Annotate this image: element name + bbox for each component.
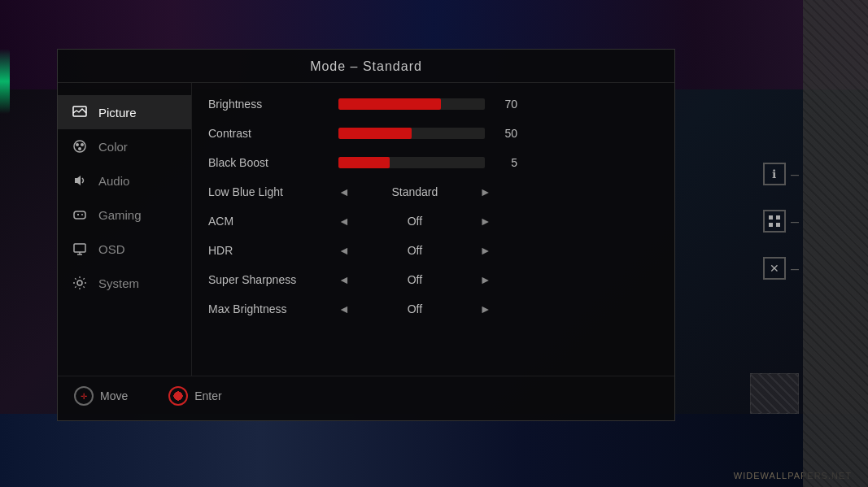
max-brightness-value: Off [382,302,447,315]
svg-rect-17 [776,223,780,227]
black-boost-value: 5 [493,156,517,169]
hdr-next[interactable]: ► [480,244,491,257]
color-icon [71,137,89,155]
super-sharpness-label: Super Sharpness [208,273,338,286]
side-buttons: ℹ – – ✕ – [763,163,799,280]
low-blue-light-row: Low Blue Light ◄ Standard ► [208,177,658,207]
svg-rect-6 [74,211,85,219]
contrast-label: Contrast [208,127,338,140]
settings-content: Brightness 70 Contrast 50 [192,83,674,376]
acm-label: ACM [208,215,338,228]
svg-rect-16 [769,223,773,227]
brightness-label: Brightness [208,98,338,111]
info-button[interactable]: ℹ – [763,163,799,185]
super-sharpness-prev[interactable]: ◄ [338,273,350,286]
low-blue-light-selector: ◄ Standard ► [338,185,491,198]
super-sharpness-value: Off [382,273,447,286]
sidebar-item-picture[interactable]: Picture [58,95,191,129]
dpad-icon: ✛ [74,386,94,406]
max-brightness-row: Max Brightness ◄ Off ► [208,294,658,324]
grid-button[interactable]: – [763,210,799,233]
sidebar: Picture Color [58,83,192,376]
sidebar-item-color[interactable]: Color [58,129,191,163]
max-brightness-prev[interactable]: ◄ [338,302,350,315]
svg-rect-15 [776,215,780,220]
sidebar-item-gaming[interactable]: Gaming [58,198,191,232]
acm-next[interactable]: ► [480,215,491,228]
max-brightness-control: ◄ Off ► [338,302,658,315]
osd-title: Mode – Standard [58,50,674,83]
enter-label: Enter [194,389,221,402]
svg-point-9 [81,214,83,215]
sidebar-item-system[interactable]: System [58,266,191,300]
acm-selector: ◄ Off ► [338,215,491,228]
contrast-fill [338,128,412,139]
brightness-control: 70 [338,98,658,111]
close-icon: ✕ [763,257,786,280]
hdr-control: ◄ Off ► [338,244,658,257]
acm-prev[interactable]: ◄ [338,215,350,228]
svg-point-2 [76,143,79,146]
svg-point-3 [81,143,84,146]
sidebar-system-label: System [98,276,139,290]
contrast-row: Contrast 50 [208,119,658,148]
info-icon: ℹ [763,163,786,185]
acm-value: Off [382,215,447,228]
hdr-label: HDR [208,244,338,257]
close-button[interactable]: ✕ – [763,257,799,280]
svg-point-4 [78,147,81,150]
sidebar-color-label: Color [98,140,128,154]
sidebar-audio-label: Audio [98,174,129,188]
low-blue-light-label: Low Blue Light [208,185,338,198]
max-brightness-label: Max Brightness [208,302,338,315]
move-label: Move [100,389,128,402]
acm-row: ACM ◄ Off ► [208,207,658,236]
system-icon [71,274,89,292]
super-sharpness-row: Super Sharpness ◄ Off ► [208,265,658,294]
brightness-value: 70 [493,98,517,111]
max-brightness-next[interactable]: ► [480,302,491,315]
svg-marker-5 [75,176,81,185]
hdr-selector: ◄ Off ► [338,244,491,257]
audio-icon [71,172,89,189]
acm-control: ◄ Off ► [338,215,658,228]
background-bottom [0,414,868,487]
sidebar-item-osd[interactable]: OSD [58,232,191,266]
footer-enter: Enter [168,386,221,406]
picture-icon [71,103,89,121]
brightness-fill [338,98,441,110]
osd-icon [71,240,89,258]
grid-dash: – [791,213,799,230]
super-sharpness-control: ◄ Off ► [338,273,658,286]
osd-body: Picture Color [58,83,674,376]
footer-move: ✛ Move [74,386,128,406]
black-boost-track[interactable] [338,157,485,168]
gaming-icon [71,206,89,224]
left-green-accent [0,49,10,114]
osd-footer: ✛ Move Enter [58,376,674,412]
svg-rect-10 [74,244,85,252]
brightness-row: Brightness 70 [208,89,658,119]
hdr-prev[interactable]: ◄ [338,244,350,257]
black-boost-control: 5 [338,156,658,169]
title-text: Mode – Standard [310,59,422,73]
contrast-track[interactable] [338,128,485,139]
black-boost-fill [338,157,390,168]
osd-container: Mode – Standard Picture [57,49,675,421]
grid-icon [763,210,786,233]
super-sharpness-selector: ◄ Off ► [338,273,491,286]
sidebar-picture-label: Picture [98,106,137,120]
black-boost-row: Black Boost 5 [208,148,658,177]
svg-point-13 [77,280,82,285]
carbon-texture-decoration [750,373,799,414]
brightness-track[interactable] [338,98,485,110]
low-blue-light-prev[interactable]: ◄ [338,185,350,198]
sidebar-item-audio[interactable]: Audio [58,163,191,198]
close-dash: – [791,260,799,277]
low-blue-light-next[interactable]: ► [480,185,491,198]
hdr-row: HDR ◄ Off ► [208,236,658,265]
super-sharpness-next[interactable]: ► [480,273,491,286]
right-carbon-panel [803,0,868,487]
low-blue-light-control: ◄ Standard ► [338,185,658,198]
svg-rect-14 [769,215,773,220]
